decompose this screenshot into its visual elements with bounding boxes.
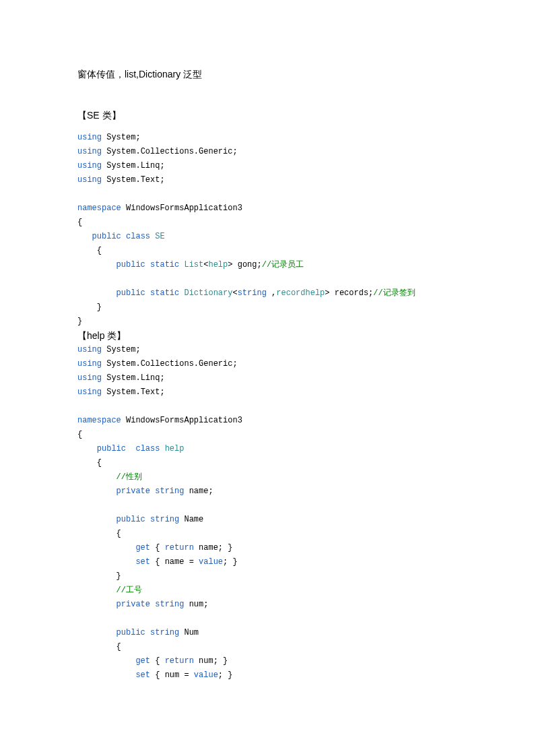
keyword-using: using xyxy=(77,387,102,397)
keyword-private: private xyxy=(116,600,150,609)
keyword-using: using xyxy=(77,175,102,185)
keyword-using: using xyxy=(77,147,102,156)
indent xyxy=(77,586,116,595)
sp xyxy=(145,260,150,270)
keyword-value: value xyxy=(194,670,218,680)
keyword-return: return xyxy=(165,656,194,666)
code-text: System.Text; xyxy=(102,175,165,185)
keyword-class: class xyxy=(126,232,150,241)
keyword-using: using xyxy=(77,359,102,369)
keyword-class: class xyxy=(135,444,160,453)
document-page: 窗体传值，list,Dictionary 泛型 【SE 类】 using Sys… xyxy=(0,0,534,756)
code-text: { xyxy=(150,656,165,666)
keyword-string: string xyxy=(238,288,267,298)
type-recordhelp: recordhelp xyxy=(276,288,325,298)
brace: } xyxy=(77,571,121,581)
sp xyxy=(160,444,164,453)
indent xyxy=(77,557,135,567)
code-text: System; xyxy=(102,345,141,354)
indent xyxy=(77,515,116,524)
code-text: Name xyxy=(179,515,203,524)
code-text: ; } xyxy=(218,670,233,680)
code-text: { name = xyxy=(150,557,199,567)
sp xyxy=(126,444,135,453)
code-text: System.Text; xyxy=(102,387,165,397)
indent xyxy=(77,260,116,270)
type-help: help xyxy=(208,260,228,270)
keyword-set: set xyxy=(135,557,150,567)
code-text: name; xyxy=(184,486,213,496)
section-header-se: 【SE 类】 xyxy=(77,108,457,123)
brace: { xyxy=(77,218,82,227)
code-text: System.Collections.Generic; xyxy=(102,359,238,369)
brace: { xyxy=(77,642,121,652)
code-text: { num = xyxy=(150,670,194,680)
code-block-help: using System; using System.Collections.G… xyxy=(77,343,457,683)
code-block-se: using System; using System.Collections.G… xyxy=(77,131,457,329)
indent xyxy=(77,472,116,482)
code-text: System; xyxy=(102,133,141,142)
sp xyxy=(121,232,126,241)
code-text: Num xyxy=(179,628,199,637)
title-text-en: list,Dictionary xyxy=(125,69,183,80)
bracket-left: 【 xyxy=(77,111,87,121)
keyword-using: using xyxy=(77,373,102,383)
type-list: List xyxy=(184,260,203,270)
keyword-string: string xyxy=(155,486,184,496)
keyword-public: public xyxy=(116,628,145,637)
brace: { xyxy=(77,430,82,439)
comment: //工号 xyxy=(116,586,142,595)
code-text: num; xyxy=(184,600,208,609)
section-name: help xyxy=(87,330,107,341)
indent xyxy=(77,656,135,666)
indent xyxy=(77,288,116,298)
code-text: > records; xyxy=(325,288,373,298)
keyword-public: public xyxy=(116,288,145,298)
brace: { xyxy=(77,458,102,468)
keyword-namespace: namespace xyxy=(77,416,121,425)
keyword-using: using xyxy=(77,161,102,170)
indent xyxy=(77,486,116,496)
title-text-cn1: 窗体传值， xyxy=(77,69,125,80)
section-suffix: 类】 xyxy=(107,331,126,341)
type-name: SE xyxy=(155,232,164,241)
section-name: SE xyxy=(87,110,102,121)
code-text: { xyxy=(150,543,165,553)
keyword-static: static xyxy=(150,288,179,298)
keyword-get: get xyxy=(135,656,150,666)
keyword-return: return xyxy=(165,543,194,553)
code-text: System.Linq; xyxy=(102,161,165,170)
code-text: System.Collections.Generic; xyxy=(102,147,238,156)
keyword-using: using xyxy=(77,133,102,142)
comment: //记录签到 xyxy=(373,288,415,298)
code-text: ; } xyxy=(223,557,238,567)
bracket-left: 【 xyxy=(77,331,87,341)
keyword-private: private xyxy=(116,486,150,496)
comment: //性别 xyxy=(116,472,142,482)
sp xyxy=(145,628,150,637)
keyword-static: static xyxy=(150,260,179,270)
section-header-help: 【help 类】 xyxy=(77,329,457,343)
indent xyxy=(77,628,116,637)
keyword-string: string xyxy=(155,600,184,609)
type-help: help xyxy=(165,444,185,453)
indent xyxy=(77,600,116,609)
title-text-cn2: 泛型 xyxy=(183,69,202,80)
sp xyxy=(145,515,150,524)
sp xyxy=(145,288,150,298)
section-suffix: 类】 xyxy=(102,111,121,121)
keyword-value: value xyxy=(199,557,223,567)
indent xyxy=(77,670,135,680)
code-text: WindowsFormsApplication3 xyxy=(121,203,242,213)
indent xyxy=(77,444,97,453)
brace: } xyxy=(77,317,82,326)
keyword-using: using xyxy=(77,345,102,354)
indent xyxy=(77,543,135,553)
keyword-string: string xyxy=(150,628,179,637)
angle: < xyxy=(232,288,237,298)
comment: //记录员工 xyxy=(262,260,304,270)
code-text: System.Linq; xyxy=(102,373,165,383)
code-text: num; } xyxy=(194,656,228,666)
keyword-public: public xyxy=(116,515,145,524)
keyword-string: string xyxy=(150,515,179,524)
